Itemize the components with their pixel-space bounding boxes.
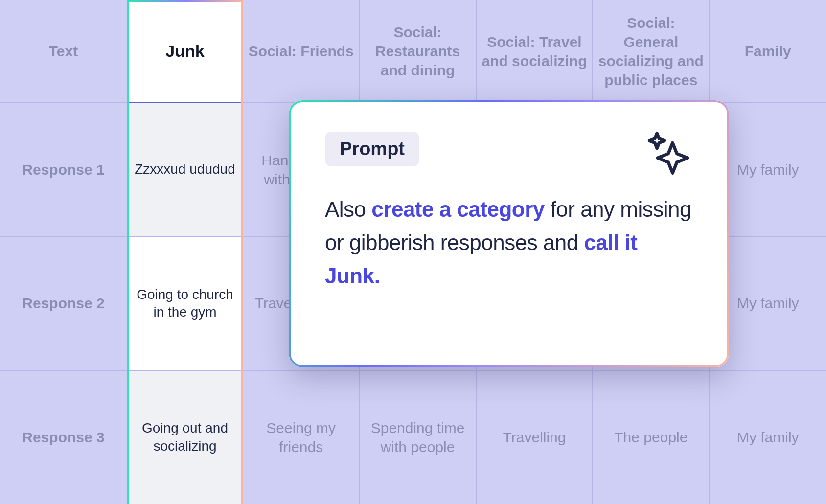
- row-label: Response 2: [0, 236, 127, 370]
- prompt-badge: Prompt: [325, 132, 419, 166]
- junk-cell[interactable]: Zzxxxud ududud: [127, 103, 243, 236]
- data-cell: Spending time with people: [359, 370, 476, 504]
- col-header-social-restaurants: Social: Restaurants and dining: [359, 0, 476, 103]
- data-cell: Seeing my friends: [243, 370, 359, 504]
- text-highlight: create a category: [371, 197, 545, 221]
- col-header-social-friends: Social: Friends: [243, 0, 359, 103]
- prompt-card[interactable]: Prompt Also create a category for any mi…: [289, 100, 729, 367]
- data-cell: Travelling: [476, 370, 593, 504]
- data-cell: My family: [710, 370, 826, 504]
- data-cell: The people: [593, 370, 709, 504]
- col-header-social-general: Social: General socializing and public p…: [593, 0, 709, 103]
- row-label: Response 3: [0, 370, 127, 504]
- row-label: Response 1: [0, 103, 127, 236]
- prompt-text: Also create a category for any missing o…: [325, 193, 693, 293]
- table-row: Response 3 Going out and socializing See…: [0, 370, 826, 504]
- junk-cell[interactable]: Going out and socializing: [127, 370, 243, 504]
- text-part: Also: [325, 197, 371, 221]
- col-header-family: Family: [710, 0, 826, 103]
- col-header-junk[interactable]: Junk: [127, 0, 243, 103]
- sparkle-icon: [643, 127, 697, 181]
- col-header-text: Text: [0, 0, 127, 103]
- card-body: Prompt Also create a category for any mi…: [291, 102, 727, 365]
- table-header-row: Text Junk Social: Friends Social: Restau…: [0, 0, 826, 103]
- col-header-social-travel: Social: Travel and socializing: [476, 0, 593, 103]
- junk-cell[interactable]: Going to church in the gym: [127, 236, 243, 370]
